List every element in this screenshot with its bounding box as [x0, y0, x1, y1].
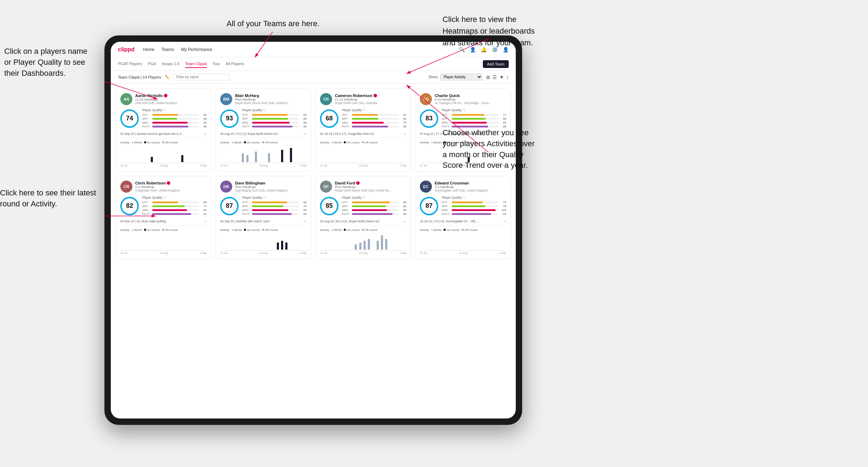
chart-dates: 31 Jul 21 Aug 4 Sep [420, 251, 506, 255]
latest-round[interactable]: 18 Jul 23 | 74 (+4), Sunningdale GC - Ol… [420, 219, 506, 226]
bar-row-arg: ARG 83 [442, 121, 506, 124]
activity-section: Activity · 1 Month On course Off course … [120, 228, 207, 255]
chart-bar-group [268, 249, 272, 250]
logo[interactable]: clippd [118, 46, 135, 53]
bar-row-app: APP 80 [442, 117, 506, 120]
quality-circle[interactable]: 74 [120, 109, 139, 128]
quality-number: 74 [126, 115, 133, 122]
chart-bar-group [138, 249, 141, 250]
player-name[interactable]: Edward Crossman [435, 181, 506, 185]
quality-circle[interactable]: 68 [320, 109, 338, 128]
player-name[interactable]: Aaron Nicholls [135, 93, 207, 98]
annotation-top-center: All of your Teams are here. [227, 18, 320, 29]
latest-round[interactable]: 26 Aug 23 | 84 (+12), Royal North Devon … [320, 219, 406, 226]
player-card[interactable]: BM Blair McHarg Plus Handicap Royal Nort… [216, 89, 311, 172]
show-select[interactable]: Player Activity Quality Score Trend [440, 74, 482, 80]
player-name[interactable]: Cameron Robertson [335, 93, 406, 98]
chart-bar-group [403, 249, 406, 250]
edit-icon[interactable]: ✏️ [165, 75, 170, 79]
chart-bar-group [229, 162, 233, 162]
filter-icon[interactable]: ▼ [499, 74, 504, 80]
latest-round[interactable]: 04 Sep 23 | Mobility with coach, Gym → [220, 219, 307, 226]
latest-round[interactable]: 02 Sep 23 | Sunset round to get back int… [120, 132, 207, 138]
app-bar [252, 205, 283, 207]
player-card[interactable]: CR Cameron Robertson 11-15 Handicap Roya… [315, 89, 411, 172]
on-course-legend [344, 141, 346, 143]
quality-circle[interactable]: 87 [420, 197, 438, 215]
player-info: Charlie Quick 6-10 Handicap St. George's… [435, 93, 506, 105]
quality-circle[interactable]: 85 [320, 197, 338, 215]
verified-icon [373, 94, 377, 97]
latest-round-text: 26 Aug 23 | 73 (+1), Royal North Devon G… [220, 132, 278, 136]
player-card[interactable]: AN Aaron Nicholls 11-15 Handicap Drift G… [116, 89, 211, 172]
quality-label: Player Quality ⓘ [242, 108, 307, 112]
chart-bar-group [264, 249, 267, 250]
tab-pgat[interactable]: PGAT Players [118, 60, 142, 68]
arrow-right-icon: → [203, 132, 207, 136]
player-avatar: CR [320, 93, 332, 105]
quality-circle[interactable]: 93 [220, 109, 239, 128]
player-handicap: 6-10 Handicap [435, 98, 506, 101]
add-team-button[interactable]: Add Team [483, 60, 509, 68]
tab-hcaps[interactable]: Hcaps 1-5 [162, 60, 179, 68]
player-name[interactable]: David Ford [335, 181, 406, 185]
quality-bars: Player Quality ⓘ OTT 60 APP 77 ARG 81 [142, 195, 207, 216]
bar-row-arg: ARG 84 [142, 121, 207, 124]
chart-bar-group [133, 162, 137, 162]
chart-bar-group [420, 162, 423, 162]
player-card[interactable]: EC Edward Crossman 1-5 Handicap Sunningd… [415, 176, 511, 259]
latest-round[interactable]: 02 Jul 23 | 59 (+17), Craigmillar Park G… [320, 132, 406, 138]
mini-chart [220, 233, 307, 251]
activity-label: Activity · 1 Month On course Off course [220, 228, 307, 232]
player-handicap: Plus Handicap [235, 98, 307, 101]
latest-round[interactable]: 26 Aug 23 | 73 (+1), Royal North Devon G… [220, 132, 307, 138]
player-card[interactable]: DB Dave Billingham Plus Handicap Sog Mag… [216, 176, 311, 259]
tab-pga[interactable]: PGA [148, 60, 156, 68]
arg-bar [252, 122, 290, 124]
chart-bar-group [285, 162, 289, 162]
chart-bar-group [273, 249, 276, 250]
player-info: Blair McHarg Plus Handicap Royal North D… [235, 93, 307, 105]
chart-bar-group [224, 162, 228, 162]
tablet-device: clippd Home Teams My Performance 🔍 👤 🔔 ⚙… [104, 35, 522, 425]
verified-icon [164, 94, 167, 97]
player-handicap: 1-5 Handicap [135, 185, 207, 189]
chart-bar-group [485, 249, 489, 250]
list-view-icon[interactable]: ☰ [492, 74, 497, 80]
grid-view-icon[interactable]: ⊞ [486, 74, 490, 80]
player-name[interactable]: Charlie Quick [435, 93, 506, 98]
player-name[interactable]: Chris Robertson [135, 181, 207, 185]
player-card[interactable]: CR Chris Robertson 1-5 Handicap Craigmil… [116, 176, 211, 259]
nav-my-performance[interactable]: My Performance [181, 46, 212, 53]
chart-bar-group [259, 162, 263, 162]
info-icon: ⓘ [363, 195, 366, 199]
chart-bar-group [359, 162, 363, 162]
sort-icon[interactable]: ↕ [506, 74, 509, 80]
player-card[interactable]: DF David Ford Plus Handicap Royal North … [315, 176, 411, 259]
chart-dates: 31 Jul 21 Aug 4 Sep [220, 164, 307, 167]
chart-bar-group [147, 162, 150, 162]
card-header: CR Chris Robertson 1-5 Handicap Craigmil… [120, 181, 207, 193]
tab-tour[interactable]: Tour [212, 60, 220, 68]
chart-bar-group [181, 249, 185, 250]
app-bar [452, 205, 485, 207]
player-info: Dave Billingham Plus Handicap Sog Maging… [235, 181, 307, 192]
player-name[interactable]: Blair McHarg [235, 93, 307, 98]
filter-input[interactable] [173, 74, 230, 80]
player-name[interactable]: Dave Billingham [235, 181, 307, 185]
player-club: St. George's Hill GC - Weybridge - Surre… [435, 101, 506, 105]
tab-all-players[interactable]: All Players [226, 60, 244, 68]
player-avatar: CR [120, 181, 132, 193]
quality-circle[interactable]: 82 [120, 197, 139, 215]
chart-bar-group [160, 162, 163, 162]
quality-circle[interactable]: 87 [220, 197, 239, 215]
chart-bar-group [255, 249, 258, 250]
mini-chart [120, 233, 207, 251]
nav-home[interactable]: Home [143, 46, 154, 53]
nav-teams[interactable]: Teams [161, 46, 174, 53]
chart-bar-group [377, 241, 380, 250]
quality-circle[interactable]: 83 [420, 109, 438, 128]
latest-round[interactable]: 03 Mar 23 | 19, Must make putting → [120, 219, 207, 226]
player-handicap: 11-15 Handicap [135, 98, 207, 101]
tab-team-clippd[interactable]: Team Clippd [185, 60, 207, 68]
